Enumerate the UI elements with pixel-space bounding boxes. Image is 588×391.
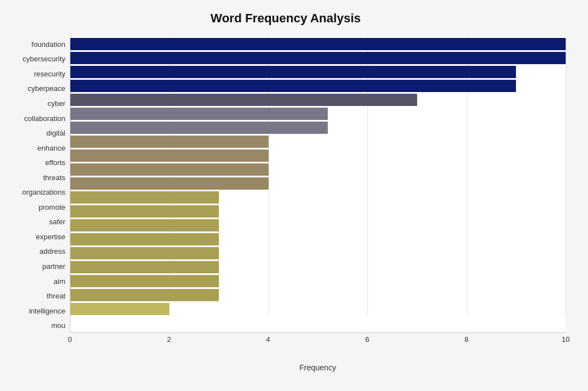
plot-area: Frequency 0246810	[70, 37, 566, 350]
x-axis: Frequency 0246810	[70, 333, 566, 350]
bar-row	[70, 93, 566, 107]
y-label: aim	[6, 274, 70, 288]
chart-container: Word Frequency Analysis foundationcybers…	[0, 0, 588, 391]
bar-row	[70, 163, 566, 176]
chart-area: foundationcybersecurityresecuritycyberpe…	[6, 37, 566, 350]
x-tick: 6	[365, 335, 369, 344]
y-label: organizations	[6, 185, 70, 200]
y-label: efforts	[6, 156, 70, 170]
grid-line	[566, 37, 566, 316]
bar	[70, 233, 219, 245]
y-label: safer	[6, 215, 70, 229]
y-label: threat	[6, 289, 70, 303]
bar	[70, 247, 219, 259]
y-label: cybersecurity	[6, 52, 70, 66]
bar	[70, 94, 417, 106]
y-label: expertise	[6, 229, 70, 244]
chart-title: Word Frequency Analysis	[6, 11, 566, 26]
bar	[70, 80, 516, 92]
bar-row	[70, 79, 566, 93]
x-tick: 8	[465, 335, 469, 344]
bar	[70, 38, 566, 50]
y-label: resecurity	[6, 66, 70, 81]
bar-row	[70, 51, 566, 65]
y-label: intelligence	[6, 303, 70, 318]
x-tick: 2	[167, 335, 171, 344]
bar-row	[70, 149, 566, 162]
y-label: partner	[6, 259, 70, 273]
bar	[70, 52, 566, 64]
bar-row	[70, 107, 566, 120]
bar	[70, 177, 269, 190]
y-label: cyberpeace	[6, 81, 70, 96]
bar-row	[70, 191, 566, 204]
bar	[70, 261, 219, 273]
bar	[70, 122, 328, 134]
bar	[70, 303, 169, 315]
y-label: promote	[6, 200, 70, 214]
bar	[70, 205, 219, 218]
x-tick: 10	[562, 335, 570, 344]
y-label: cyber	[6, 96, 70, 110]
bar	[70, 149, 269, 162]
bar-row	[70, 205, 566, 218]
bar	[70, 275, 219, 287]
x-tick: 4	[266, 335, 270, 344]
y-label: threats	[6, 170, 70, 185]
bar	[70, 66, 516, 78]
bar-row	[70, 65, 566, 79]
x-axis-label: Frequency	[299, 363, 336, 372]
bar-row	[70, 274, 566, 288]
bar	[70, 163, 269, 176]
y-label: enhance	[6, 141, 70, 155]
bar-row	[70, 37, 566, 51]
bar-row	[70, 247, 566, 260]
bar-row	[70, 260, 566, 274]
bar-row	[70, 177, 566, 190]
bar	[70, 191, 219, 204]
y-label: mou	[6, 318, 70, 333]
bar	[70, 289, 219, 301]
bar-row	[70, 302, 566, 316]
y-label: collaboration	[6, 111, 70, 125]
y-label: foundation	[6, 37, 70, 51]
bar	[70, 108, 328, 120]
y-axis: foundationcybersecurityresecuritycyberpe…	[6, 37, 70, 350]
x-tick: 0	[68, 335, 71, 344]
bar	[70, 136, 269, 148]
y-label: address	[6, 244, 70, 259]
bar-row	[70, 219, 566, 232]
y-label: digital	[6, 126, 70, 141]
bar-row	[70, 233, 566, 246]
bars-container	[70, 37, 566, 333]
bar	[70, 219, 219, 231]
bar-row	[70, 288, 566, 302]
bar-row	[70, 121, 566, 134]
bar-row	[70, 135, 566, 148]
